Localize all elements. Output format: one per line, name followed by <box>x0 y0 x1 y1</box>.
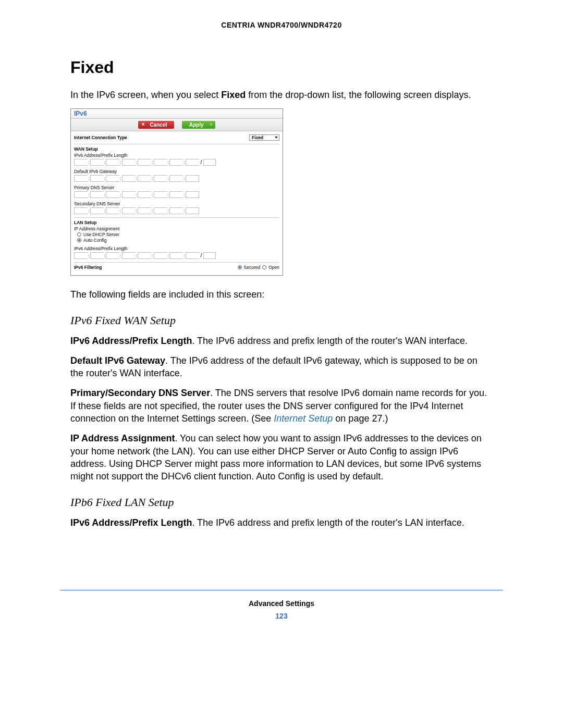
intro-after: from the drop-down list, the following s… <box>246 90 471 100</box>
footer-divider <box>60 590 503 590</box>
secured-label: Secured <box>244 265 261 270</box>
screenshot-title: IPv6 <box>71 109 283 119</box>
radio-icon <box>77 232 81 237</box>
secondary-dns-label: Secondary DNS Server <box>74 201 279 206</box>
ip-assignment-label: IP Address Assignment <box>74 226 279 231</box>
page-number: 123 <box>0 612 563 620</box>
primary-dns-input[interactable]: ::::::: <box>74 191 279 198</box>
wan-setup-label: WAN Setup <box>74 146 279 152</box>
radio-icon <box>77 238 81 242</box>
radio-icon[interactable] <box>238 265 242 269</box>
para3-bold: Primary/Secondary DNS Server <box>70 388 210 398</box>
wan-ipv6-addr-label: IPv6 Address/Prefix Length <box>74 153 279 158</box>
internet-setup-link[interactable]: Internet Setup <box>274 413 333 424</box>
apply-arrow-icon: › <box>210 121 212 127</box>
para3-rest-b: on page 27.) <box>333 413 388 424</box>
para4-bold: IP Address Assignment <box>70 433 175 443</box>
wan-ipv6-addr-input[interactable]: :::::::/ <box>74 159 279 166</box>
close-icon: × <box>141 121 144 127</box>
lan-ipv6-addr-label: IPv6 Address/Prefix Length <box>74 246 279 251</box>
lan-setup-label: LAN Setup <box>74 220 279 225</box>
doc-header: CENTRIA WNDR4700/WNDR4720 <box>70 21 493 29</box>
wan-section-heading: IPv6 Fixed WAN Setup <box>70 314 493 327</box>
ipv6-filtering-row: IPv6 Filtering Secured Open <box>74 265 279 270</box>
default-gw-input[interactable]: ::::::: <box>74 175 279 182</box>
lan-section-heading: IPb6 Fixed LAN Setup <box>70 496 493 509</box>
intro-paragraph: In the IPv6 screen, when you select Fixe… <box>70 89 493 101</box>
para-ip-assignment: IP Address Assignment. You can select ho… <box>70 432 493 483</box>
intro-bold: Fixed <box>221 90 246 100</box>
primary-dns-label: Primary DNS Server <box>74 185 279 190</box>
use-dhcp-radio[interactable]: Use DHCP Server <box>77 232 279 237</box>
screenshot-buttonbar: ×Cancel Apply› <box>71 119 283 131</box>
page-title: Fixed <box>70 58 493 77</box>
conn-type-label: Internet Connection Type <box>74 135 127 140</box>
lan-ipv6-addr-input[interactable]: :::::::/ <box>74 252 279 259</box>
open-label: Open <box>268 265 279 270</box>
para2-bold: Default IPv6 Gateway <box>70 355 165 366</box>
intro-before: In the IPv6 screen, when you select <box>70 90 221 100</box>
cancel-label: Cancel <box>150 122 167 128</box>
ipv6-filtering-label: IPv6 Filtering <box>74 265 102 270</box>
ipv6-screenshot: IPv6 ×Cancel Apply› Internet Connection … <box>70 108 283 276</box>
radio-icon[interactable] <box>262 265 266 269</box>
secondary-dns-input[interactable]: ::::::: <box>74 207 279 214</box>
para-lan-ipv6-addr: IPv6 Address/Prefix Length. The IPv6 add… <box>70 516 493 529</box>
internet-conn-type-row: Internet Connection Type Fixed <box>74 133 279 142</box>
default-gw-label: Default IPv6 Gateway <box>74 169 279 174</box>
use-dhcp-label: Use DHCP Server <box>83 232 119 237</box>
apply-label: Apply <box>189 122 204 128</box>
para1-bold: IPv6 Address/Prefix Length <box>70 336 192 346</box>
para-default-gw: Default IPv6 Gateway. The IPv6 address o… <box>70 354 493 380</box>
footer-section-label: Advanced Settings <box>0 599 563 608</box>
conn-type-select[interactable]: Fixed <box>249 134 279 141</box>
apply-button[interactable]: Apply› <box>182 121 215 129</box>
para-ipv6-addr: IPv6 Address/Prefix Length. The IPv6 add… <box>70 335 493 347</box>
footer: Advanced Settings 123 <box>0 599 563 620</box>
auto-config-radio[interactable]: Auto Config <box>77 238 279 243</box>
para5-bold: IPv6 Address/Prefix Length <box>70 517 192 528</box>
after-screenshot-text: The following fields are included in thi… <box>70 288 493 301</box>
auto-config-label: Auto Config <box>83 238 106 243</box>
para5-rest: . The IPv6 address and prefix length of … <box>192 517 464 528</box>
cancel-button[interactable]: ×Cancel <box>138 121 174 129</box>
para-dns: Primary/Secondary DNS Server. The DNS se… <box>70 387 493 425</box>
para1-rest: . The IPv6 address and prefix length of … <box>192 336 468 346</box>
